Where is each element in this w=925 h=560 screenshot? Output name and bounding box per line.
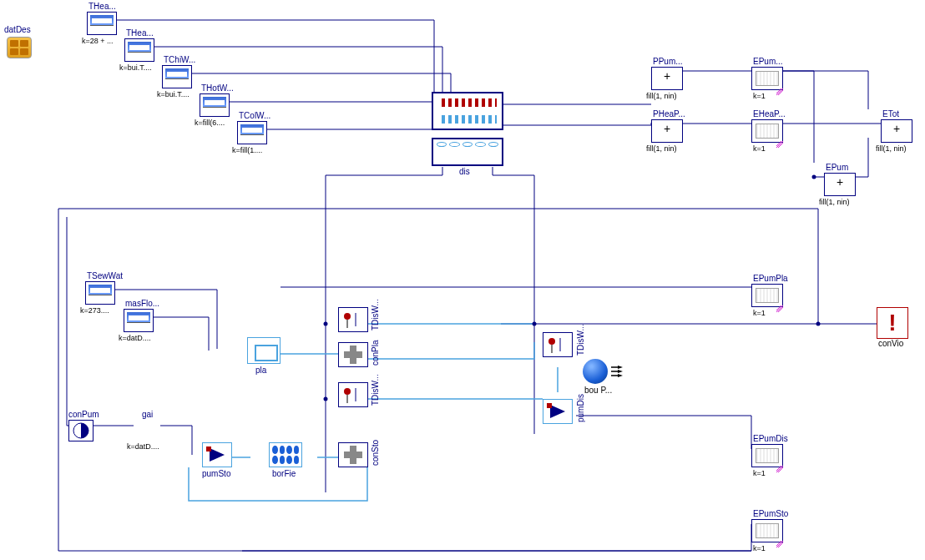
epumtop-hatch-icon [776,87,783,93]
epumpla-label: EPumPla [753,274,788,283]
svg-point-14 [548,338,555,345]
tdisw1-label: TDisW... [371,299,380,330]
thea2-sub: k=bui.T.... [119,63,152,72]
svg-point-1 [324,397,328,401]
etot-block[interactable] [881,119,912,143]
ppum-label: PPum... [653,57,683,66]
epum-label: EPum [826,163,848,172]
epumpla-sub: k=1 [753,309,766,317]
svg-point-8 [344,313,351,320]
svg-marker-19 [618,374,623,377]
thotw-sub: k=fill(6.... [195,119,225,127]
svg-marker-15 [550,405,565,418]
epumsto-label: EPumSto [753,509,788,518]
convio-label: conVio [878,339,903,348]
epum-block[interactable] [824,173,856,196]
tsewwat-sub: k=273.... [80,306,109,315]
conpum-label: conPum [68,410,99,419]
dis-bottom-block[interactable] [432,138,503,166]
ppum-block[interactable] [651,67,683,90]
conpla-label: conPla [371,340,380,366]
pheap-block[interactable] [651,119,683,143]
epumdis-label: EPumDis [753,434,788,443]
ppum-sub: fill(1, nin) [646,92,677,100]
eheap-hatch-icon [776,139,783,146]
etot-label: ETot [882,109,899,119]
svg-point-2 [533,322,537,326]
pump-icon [203,443,231,467]
pumdis-block[interactable] [543,399,573,424]
tdisw2-block[interactable] [338,382,368,407]
tcolw-label: TColW... [239,111,270,120]
epum-sub: fill(1, nin) [819,198,850,206]
svg-rect-10 [350,346,356,364]
tchiw-label: TChiW... [164,55,195,64]
epumtop-label: EPum... [753,57,783,66]
bou-block[interactable] [583,359,608,384]
consto-block[interactable] [338,442,368,467]
svg-point-0 [324,322,328,326]
tdisw3-block[interactable] [543,332,573,357]
consto-label: conSto [371,440,380,466]
pheap-sub: fill(1, nin) [646,144,677,153]
svg-rect-16 [547,403,552,408]
masflo-block[interactable] [124,309,154,332]
conpum-block[interactable] [68,420,94,441]
tdisw1-block[interactable] [338,307,368,332]
convio-block[interactable]: ! [877,307,908,339]
svg-marker-18 [618,370,623,373]
thea1-sub: k=28 + ... [82,37,114,45]
tdisw2-label: TDisW... [371,374,380,406]
svg-marker-6 [210,448,225,462]
gai-sub: k=datD.... [127,442,159,451]
borfie-label: borFie [272,469,296,478]
tsewwat-label: TSewWat [87,271,123,280]
sensor-icon [339,383,367,406]
thotw-block[interactable] [200,93,230,117]
datdes-block[interactable] [7,37,32,58]
pumsto-block[interactable] [202,442,232,467]
pumdis-label: pumDis [576,394,585,422]
tchiw-block[interactable] [162,65,192,88]
tcolw-sub: k=fill(1.... [232,146,262,154]
epumdis-sub: k=1 [753,469,766,477]
svg-point-11 [344,388,351,395]
pla-label: pla [255,366,266,375]
sensor-icon [543,333,572,356]
thea2-block[interactable] [124,38,154,62]
sensor-icon [339,308,367,331]
boundary-arrows-icon [609,364,624,379]
svg-marker-17 [618,366,623,369]
pumsto-label: pumSto [202,469,230,478]
tsewwat-block[interactable] [85,281,115,305]
masflo-label: masFlo... [125,299,159,308]
pla-block[interactable] [247,337,281,364]
eheap-sub: k=1 [753,144,766,153]
tchiw-sub: k=bui.T.... [157,90,190,98]
pump-icon [543,400,572,423]
pheap-label: PHeaP... [653,109,685,119]
epumtop-sub: k=1 [753,92,766,100]
thea2-label: THea... [126,28,154,38]
bou-label: bou P... [584,386,612,395]
epumpla-hatch-icon [776,304,783,310]
svg-rect-7 [206,446,211,452]
junction-icon [339,343,367,366]
dis-top-block[interactable] [432,92,503,130]
warning-icon: ! [888,310,896,336]
thea1-block[interactable] [87,12,117,35]
svg-point-3 [812,175,816,179]
epumsto-hatch-icon [776,539,783,546]
conpla-block[interactable] [338,342,368,367]
etot-sub: fill(1, nin) [876,144,907,153]
svg-point-4 [816,322,821,326]
borfie-block[interactable] [269,442,302,467]
thotw-label: THotW... [201,83,234,93]
half-circle-icon [69,421,93,441]
datdes-label: datDes [4,25,31,34]
gai-block[interactable] [136,417,159,441]
epumsto-sub: k=1 [753,544,766,552]
svg-rect-13 [350,446,356,464]
masflo-sub: k=datD.... [119,334,151,342]
tcolw-block[interactable] [237,121,267,144]
